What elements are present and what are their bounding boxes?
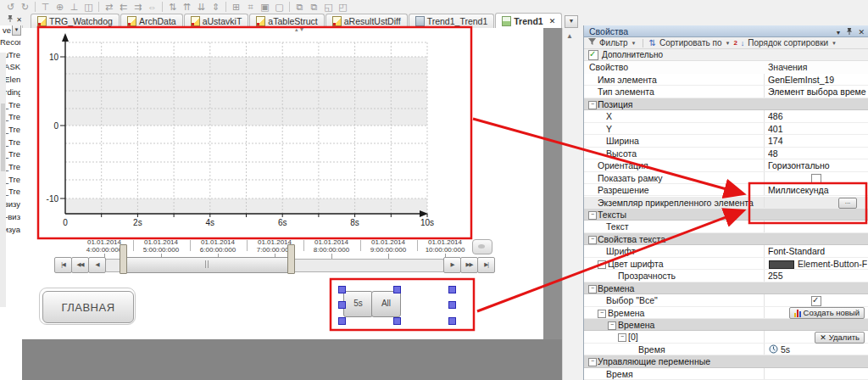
selection-handle[interactable] xyxy=(338,301,346,309)
space-horizontal-decrease-icon[interactable]: ⇇ xyxy=(116,1,131,13)
tab-atablestruct[interactable]: aTableStruct xyxy=(249,14,324,28)
collapse-icon[interactable]: − xyxy=(588,358,597,366)
advanced-checkbox[interactable] xyxy=(588,50,598,60)
selection-handle[interactable] xyxy=(338,286,346,293)
align-center-vertical-icon[interactable]: ⊕ xyxy=(53,1,67,13)
property-row[interactable]: Показать рамку xyxy=(584,172,868,184)
property-row[interactable]: Экземпляр прикрепленного элемента... xyxy=(584,197,868,209)
property-row[interactable]: ШрифтFont-Standard xyxy=(584,245,868,257)
time-scrollbar-thumb[interactable] xyxy=(123,257,292,273)
send-to-back-icon[interactable]: ◰ xyxy=(336,1,350,13)
time-range-handle-left[interactable] xyxy=(120,244,127,274)
property-row[interactable]: −ВременаСоздать новый xyxy=(584,307,868,319)
collapse-icon[interactable]: − xyxy=(588,285,597,293)
property-row[interactable]: −Времена xyxy=(584,319,868,331)
pin-icon[interactable] xyxy=(7,14,14,25)
collapse-icon[interactable]: − xyxy=(588,236,597,244)
filter-icon[interactable] xyxy=(588,38,596,48)
tab-trg_watchdog[interactable]: TRG_Watchdog xyxy=(31,14,120,28)
selection-handle[interactable] xyxy=(448,301,456,309)
property-row[interactable]: X486 xyxy=(584,110,868,122)
property-row[interactable]: −Позиция xyxy=(584,98,868,110)
property-row[interactable]: −Управляющие переменные xyxy=(584,355,868,367)
properties-title-bar[interactable]: Свойства ▼ ✕ xyxy=(584,25,868,37)
delete-button[interactable]: ✕Удалить xyxy=(815,332,865,344)
tab-overflow-button[interactable]: ▼ xyxy=(565,15,578,28)
panel-menu-icon[interactable]: ▼ xyxy=(836,30,842,36)
sort-by-button[interactable]: Сортировать по xyxy=(659,38,722,48)
create-new-button[interactable]: Создать новый xyxy=(789,307,865,319)
ellipsis-button[interactable]: ... xyxy=(838,198,857,209)
collapse-icon[interactable]: − xyxy=(598,260,606,269)
stretch-vertical-icon[interactable]: ⇕ xyxy=(209,1,223,13)
main-screen-button[interactable]: ГЛАВНАЯ xyxy=(39,288,136,325)
selector-button-5s[interactable]: 5s xyxy=(343,291,373,317)
property-row[interactable]: −Свойства текста xyxy=(584,233,868,245)
space-horizontal-increase-icon[interactable]: ⇉ xyxy=(131,1,145,13)
property-row[interactable]: Имя элементаGenElemInst_19 xyxy=(584,74,868,86)
time-nav-back-button[interactable]: ◀ xyxy=(88,257,106,273)
selection-handle[interactable] xyxy=(448,317,456,325)
close-icon[interactable]: ✕ xyxy=(16,16,22,24)
property-value[interactable]: 48 xyxy=(768,148,866,159)
align-edges-icon[interactable]: ◫ xyxy=(81,1,96,13)
sidebar-scrollbar-thumb[interactable] xyxy=(1,103,5,171)
property-value[interactable]: 174 xyxy=(768,136,866,146)
property-row[interactable]: Тип элементаЭлемент выбора временного ..… xyxy=(584,86,868,98)
collapse-icon[interactable]: − xyxy=(588,211,597,220)
property-row[interactable]: Выбор "Все" xyxy=(584,294,868,306)
editor-canvas[interactable]: ▴▼ 100-1002s4s6s8s10s 01.01.20144:00:00:… xyxy=(22,28,543,339)
property-value[interactable]: 401 xyxy=(768,124,866,134)
property-row[interactable]: Время5s xyxy=(584,344,868,355)
tab-austavkit[interactable]: aUstavkiT xyxy=(184,14,249,28)
tab-aresultustdiff[interactable]: aResultUstDiff xyxy=(326,14,408,28)
property-row[interactable]: Ширина174 xyxy=(584,135,868,147)
time-nav-start-button[interactable]: |◀ xyxy=(54,257,72,273)
chevron-down-icon[interactable]: ▼ xyxy=(12,25,21,36)
same-size-icon[interactable]: ▣ xyxy=(258,1,272,13)
canvas-vertical-scrollbar[interactable]: ▲ xyxy=(562,28,582,380)
space-vertical-increase-icon[interactable]: ⇊ xyxy=(194,1,209,13)
property-row[interactable]: −Тексты xyxy=(584,209,868,221)
property-row[interactable]: ОриентацияГоризонтально xyxy=(584,159,868,171)
tab-close-icon[interactable]: ✕ xyxy=(549,17,556,25)
sort-order-button[interactable]: Порядок сортировки xyxy=(748,38,828,48)
selection-handle[interactable] xyxy=(393,286,401,293)
space-horizontal-equal-icon[interactable]: ⇄ xyxy=(102,1,116,13)
font-color-swatch[interactable] xyxy=(769,260,794,269)
property-row[interactable]: Высота48 xyxy=(584,148,868,159)
time-nav-fast-back-button[interactable]: ◀◀ xyxy=(71,257,89,273)
time-nav-fast-forward-button[interactable]: ▶▶ xyxy=(460,257,478,273)
property-row[interactable]: Прозрачность255 xyxy=(584,270,868,282)
property-row[interactable]: Время xyxy=(584,368,868,380)
pin-icon[interactable] xyxy=(846,27,853,37)
rotate-ccw-icon[interactable]: ↺ xyxy=(3,1,18,13)
collapse-icon[interactable]: − xyxy=(588,101,597,109)
property-value[interactable]: 5s xyxy=(769,344,790,355)
property-row[interactable]: −Времена xyxy=(584,282,868,294)
collapse-icon[interactable]: − xyxy=(598,310,606,318)
checkbox-unchecked[interactable] xyxy=(811,174,821,184)
time-nav-end-button[interactable]: ▶| xyxy=(477,257,495,273)
time-nav-forward-button[interactable]: ▶ xyxy=(443,257,461,273)
property-value[interactable]: 486 xyxy=(768,111,866,121)
outline-icon[interactable]: ▢ xyxy=(272,1,287,13)
group-icon[interactable]: ⧉ xyxy=(292,1,307,13)
selector-button-all[interactable]: All xyxy=(371,291,401,317)
align-top-icon[interactable]: ⊤ xyxy=(38,1,53,13)
property-value[interactable]: GenElemInst_19 xyxy=(768,75,866,85)
rotate-cw-icon[interactable]: ↻ xyxy=(18,1,32,13)
time-ruler-options-button[interactable] xyxy=(472,239,492,254)
property-value[interactable]: Горизонтально xyxy=(768,160,866,170)
selection-handle[interactable] xyxy=(338,317,346,325)
checkbox-checked[interactable] xyxy=(811,296,821,306)
align-bottom-icon[interactable]: ⊥ xyxy=(67,1,81,13)
property-value[interactable]: 255 xyxy=(768,271,866,281)
bring-to-front-icon[interactable]: ◱ xyxy=(321,1,336,13)
same-width-icon[interactable]: ⊞ xyxy=(229,1,243,13)
property-row[interactable]: Y401 xyxy=(584,123,868,135)
property-value[interactable]: Элемент выбора временного ... xyxy=(768,87,866,97)
property-row[interactable]: Текст xyxy=(584,221,868,232)
selection-handle[interactable] xyxy=(393,317,401,325)
time-range-handle-right[interactable] xyxy=(287,244,295,274)
